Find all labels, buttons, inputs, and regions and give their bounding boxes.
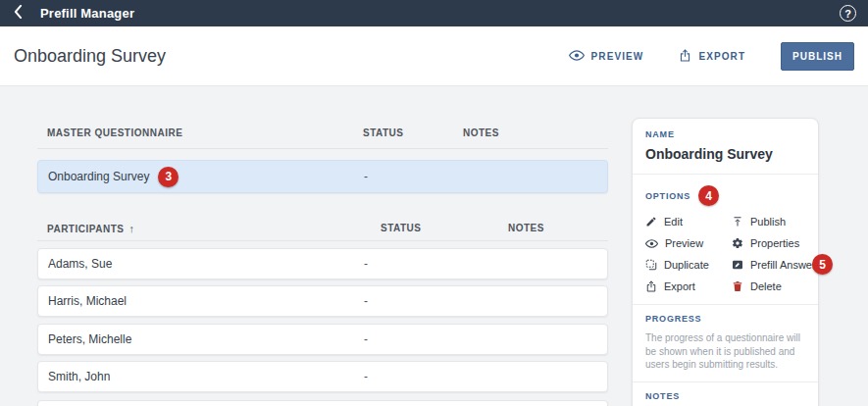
master-col-notes: NOTES — [463, 127, 499, 138]
participants-table-divider — [37, 240, 608, 241]
preview-button-label: PREVIEW — [591, 51, 644, 62]
participant-name: Adams, Sue — [48, 257, 112, 271]
option-publish[interactable]: Publish — [732, 216, 821, 228]
topbar: Prefill Manager ? — [0, 0, 868, 26]
chevron-left-icon — [14, 5, 23, 23]
options-section-label: OPTIONS — [645, 191, 690, 201]
page-title: Onboarding Survey — [14, 46, 166, 67]
prefill-manager-app: Prefill Manager ? Onboarding Survey PREV… — [0, 0, 868, 406]
details-panel: NAME Onboarding Survey OPTIONS 4 Edit — [632, 118, 819, 406]
participant-name: Smith, John — [48, 370, 110, 383]
option-edit[interactable]: Edit — [645, 216, 732, 228]
participants-col-name: PARTICIPANTS↑ — [47, 223, 134, 234]
export-button-label: EXPORT — [698, 51, 745, 62]
participants-col-status: STATUS — [381, 223, 422, 233]
publish-button[interactable]: PUBLISH — [781, 42, 854, 71]
notes-section-label: NOTES — [645, 391, 805, 401]
master-col-name: MASTER QUESTIONNAIRE — [47, 127, 182, 138]
step-badge-4: 4 — [698, 185, 719, 206]
step-badge-5: 5 — [812, 254, 833, 275]
questionnaire-name: Onboarding Survey — [645, 146, 805, 162]
participant-row-partial[interactable] — [37, 400, 608, 406]
option-label: Delete — [750, 280, 782, 292]
preview-button[interactable]: PREVIEW — [569, 50, 644, 63]
pencil-icon — [645, 216, 657, 228]
option-duplicate[interactable]: Duplicate — [645, 259, 732, 271]
name-section: NAME Onboarding Survey — [633, 119, 818, 174]
name-section-label: NAME — [645, 129, 805, 139]
participant-row[interactable]: Peters, Michelle - — [37, 324, 608, 355]
master-row-onboarding-survey[interactable]: Onboarding Survey 3 - — [37, 160, 608, 193]
option-label: Edit — [664, 216, 683, 228]
option-properties[interactable]: Properties — [732, 237, 821, 249]
help-icon: ? — [844, 8, 851, 20]
duplicate-icon — [645, 259, 657, 271]
option-label: Prefill Answers — [750, 259, 821, 271]
notes-section: NOTES — [633, 381, 818, 406]
eye-icon — [569, 50, 585, 63]
sort-ascending-icon[interactable]: ↑ — [128, 223, 134, 234]
progress-description: The progress of a questionnaire will be … — [645, 331, 805, 372]
option-prefill-answers[interactable]: Prefill Answers 5 — [732, 259, 821, 271]
participant-status: - — [364, 370, 368, 383]
participant-row[interactable]: Smith, John - — [37, 361, 608, 392]
export-icon — [679, 49, 691, 64]
export-icon — [645, 280, 657, 292]
option-delete[interactable]: Delete — [732, 280, 821, 292]
subheader-actions: PREVIEW EXPORT PUBLISH — [569, 42, 854, 71]
option-label: Export — [664, 280, 695, 292]
publish-icon — [732, 216, 743, 228]
help-button[interactable]: ? — [840, 5, 856, 22]
option-label: Preview — [665, 237, 703, 249]
back-button[interactable] — [12, 3, 25, 25]
options-grid: Edit Publish Preview — [645, 216, 805, 292]
eye-icon — [645, 239, 658, 248]
trash-icon — [732, 280, 743, 292]
participant-status: - — [364, 257, 368, 271]
option-label: Duplicate — [664, 259, 709, 271]
prefill-answers-icon — [732, 259, 743, 271]
options-section: OPTIONS 4 Edit Publish — [633, 174, 818, 304]
gear-icon — [732, 237, 743, 249]
subheader: Onboarding Survey PREVIEW EXPORT PUBLISH — [0, 26, 868, 86]
participants-col-notes: NOTES — [508, 223, 544, 233]
participant-status: - — [364, 294, 368, 308]
participant-row[interactable]: Harris, Michael - — [37, 285, 608, 317]
participant-row[interactable]: Adams, Sue - — [37, 248, 608, 279]
master-row-status: - — [364, 170, 368, 183]
progress-section-label: PROGRESS — [645, 314, 805, 324]
step-badge-3: 3 — [158, 167, 179, 187]
option-preview[interactable]: Preview — [645, 237, 732, 249]
participant-name: Harris, Michael — [48, 294, 127, 308]
option-label: Properties — [750, 237, 799, 249]
master-col-status: STATUS — [363, 127, 404, 138]
option-label: Publish — [750, 216, 786, 228]
option-export[interactable]: Export — [645, 280, 732, 292]
topbar-title: Prefill Manager — [40, 6, 134, 21]
participant-status: - — [364, 332, 368, 346]
main-content: MASTER QUESTIONNAIRE STATUS NOTES Onboar… — [0, 86, 868, 406]
master-row-name: Onboarding Survey — [48, 170, 149, 183]
participant-name: Peters, Michelle — [48, 332, 131, 346]
export-button[interactable]: EXPORT — [679, 49, 745, 64]
progress-section: PROGRESS The progress of a questionnaire… — [633, 304, 818, 381]
master-table-divider — [37, 148, 608, 149]
